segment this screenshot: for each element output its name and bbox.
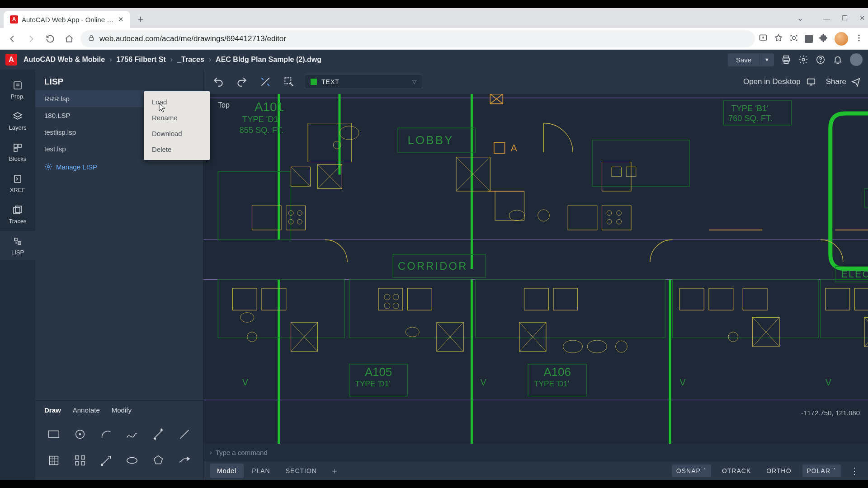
- profile-avatar[interactable]: [835, 32, 848, 46]
- ctx-rename[interactable]: Rename: [144, 110, 210, 126]
- manage-lisp-button[interactable]: Manage LISP: [35, 157, 203, 176]
- svg-rect-103: [602, 206, 632, 230]
- chevron-right-icon: ›: [170, 56, 173, 64]
- rail-traces[interactable]: Traces: [0, 200, 35, 229]
- address-bar[interactable]: web.autocad.com/acad/me/drawings/6944127…: [80, 30, 755, 47]
- undo-button[interactable]: [211, 74, 226, 89]
- notifications-icon[interactable]: [833, 55, 843, 65]
- tool-line[interactable]: [174, 424, 195, 445]
- select-window-icon[interactable]: [281, 74, 297, 89]
- lens-icon[interactable]: [789, 33, 798, 44]
- autocad-logo[interactable]: A: [5, 54, 17, 66]
- tool-ellipse[interactable]: [122, 450, 142, 471]
- toggle-polar[interactable]: POLAR˄: [802, 465, 841, 477]
- tab-modify[interactable]: Modify: [112, 406, 132, 417]
- svg-rect-133: [680, 288, 704, 310]
- rail-lisp[interactable]: f(x) LISP: [0, 231, 35, 260]
- rail-xref[interactable]: XREF: [0, 169, 35, 198]
- svg-point-79: [340, 126, 359, 140]
- measure-icon[interactable]: [258, 74, 273, 89]
- tab-section[interactable]: SECTION: [278, 464, 324, 478]
- tab-annotate[interactable]: Annotate: [73, 406, 100, 417]
- redo-button[interactable]: [234, 74, 250, 89]
- save-caret[interactable]: ▼: [760, 54, 774, 65]
- reload-button[interactable]: [42, 31, 58, 47]
- tool-spline[interactable]: [122, 424, 142, 445]
- tab-title: AutoCAD Web App - Online CAD: [22, 16, 114, 23]
- svg-point-30: [127, 457, 137, 463]
- svg-text:TYPE 'D1': TYPE 'D1': [355, 379, 390, 388]
- tab-overflow-icon[interactable]: ⌄: [797, 14, 803, 23]
- command-line[interactable]: › Type a command: [203, 444, 868, 461]
- lisp-file-name: testlisp.lsp: [44, 128, 76, 136]
- toggle-ortho[interactable]: ORTHO: [762, 465, 796, 477]
- back-button[interactable]: [5, 31, 20, 47]
- add-layout-button[interactable]: ＋: [325, 464, 344, 478]
- layer-dropdown[interactable]: TEXT ▽: [305, 75, 422, 89]
- tab-model[interactable]: Model: [210, 464, 244, 478]
- install-app-icon[interactable]: [759, 33, 768, 44]
- crumb-folder[interactable]: 1756 Filbert St: [116, 56, 165, 64]
- tool-line-both[interactable]: [148, 424, 169, 445]
- user-avatar[interactable]: [850, 53, 863, 66]
- svg-point-124: [406, 327, 419, 337]
- sidepanel-icon[interactable]: [805, 35, 813, 43]
- minimize-icon[interactable]: —: [823, 14, 830, 22]
- extensions-icon[interactable]: [819, 33, 828, 44]
- toggle-osnap[interactable]: OSNAP˄: [672, 465, 711, 477]
- svg-point-139: [728, 332, 738, 342]
- close-window-icon[interactable]: ✕: [859, 14, 865, 22]
- save-button[interactable]: Save ▼: [728, 53, 774, 66]
- ctx-delete[interactable]: Delete: [144, 141, 210, 157]
- svg-point-110: [241, 313, 254, 323]
- svg-text:TYPE 'B1': TYPE 'B1': [731, 103, 768, 113]
- traces-icon: [12, 204, 24, 216]
- bookmark-icon[interactable]: [774, 33, 783, 44]
- new-tab-button[interactable]: +: [133, 12, 148, 27]
- statusbar-menu-icon[interactable]: ⋮: [847, 465, 862, 476]
- svg-rect-32: [807, 79, 815, 84]
- toggle-otrack[interactable]: OTRACK: [717, 465, 755, 477]
- crumb-file[interactable]: AEC Bldg Plan Sample (2).dwg: [216, 56, 321, 64]
- crumb-product[interactable]: AutoCAD Web & Mobile: [24, 56, 105, 64]
- ctx-load[interactable]: Load: [144, 94, 210, 110]
- svg-rect-15: [14, 148, 17, 151]
- share-button[interactable]: Share: [826, 77, 861, 87]
- svg-text:A101: A101: [255, 100, 284, 114]
- home-button[interactable]: [61, 31, 77, 47]
- help-icon[interactable]: [816, 55, 826, 65]
- svg-rect-21: [49, 431, 59, 438]
- settings-icon[interactable]: [798, 55, 808, 65]
- svg-text:V: V: [679, 377, 685, 387]
- svg-rect-17: [14, 207, 20, 214]
- tool-rectangle[interactable]: [43, 424, 64, 445]
- tool-polyline-arrow[interactable]: [174, 450, 195, 471]
- open-in-desktop-button[interactable]: Open in Desktop: [743, 77, 816, 87]
- tool-polygon[interactable]: [148, 450, 169, 471]
- close-tab-icon[interactable]: ✕: [118, 15, 124, 23]
- tool-array[interactable]: [70, 450, 90, 471]
- app-header: A AutoCAD Web & Mobile › 1756 Filbert St…: [0, 50, 868, 70]
- rail-blocks[interactable]: Blocks: [0, 137, 35, 167]
- chrome-menu-icon[interactable]: [854, 33, 863, 44]
- tool-arc[interactable]: [96, 424, 117, 445]
- print-icon[interactable]: [781, 55, 791, 65]
- ctx-download[interactable]: Download: [144, 126, 210, 141]
- tool-hatch[interactable]: [43, 450, 64, 471]
- drawing-canvas[interactable]: Top: [203, 94, 868, 444]
- svg-point-20: [47, 166, 50, 168]
- tool-circle[interactable]: [70, 424, 90, 445]
- forward-button[interactable]: [24, 31, 39, 47]
- tab-plan[interactable]: PLAN: [245, 464, 278, 478]
- tab-draw[interactable]: Draw: [44, 406, 61, 417]
- crumb-traces[interactable]: _Traces: [177, 56, 204, 64]
- maximize-icon[interactable]: ☐: [842, 14, 848, 22]
- blocks-icon: [12, 142, 24, 154]
- rail-layers[interactable]: Layers: [0, 106, 35, 136]
- browser-tab[interactable]: A AutoCAD Web App - Online CAD ✕: [4, 11, 130, 28]
- chevron-right-icon: ›: [209, 56, 211, 64]
- tool-ray[interactable]: [96, 450, 117, 471]
- rail-properties[interactable]: Prop.: [0, 75, 35, 104]
- breadcrumb: AutoCAD Web & Mobile › 1756 Filbert St ›…: [24, 56, 321, 64]
- cursor-coordinates: -1172.750, 121.080: [801, 409, 860, 417]
